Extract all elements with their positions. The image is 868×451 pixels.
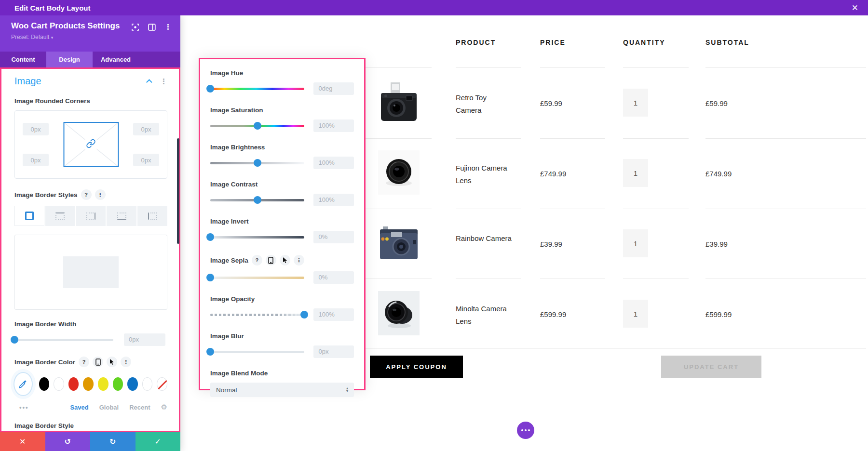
saturation-slider[interactable] — [210, 125, 304, 127]
saturation-label: Image Saturation — [210, 106, 354, 114]
invert-slider-thumb[interactable] — [206, 233, 214, 241]
hover-cursor-icon[interactable] — [107, 357, 117, 367]
product-name[interactable]: Rainbow Camera — [456, 232, 513, 245]
contrast-input[interactable]: 100% — [313, 194, 354, 206]
more-colors-dots-icon[interactable]: ••• — [19, 404, 29, 411]
responsive-tablet-icon[interactable] — [93, 357, 103, 367]
saturation-slider-thumb[interactable] — [254, 122, 261, 130]
swatch-green[interactable] — [113, 377, 123, 391]
swatch-transparent[interactable] — [142, 377, 153, 391]
corner-bottom-left-input[interactable]: 0px — [23, 154, 49, 166]
redo-button[interactable]: ↻ — [90, 432, 136, 451]
blur-input[interactable]: 0px — [313, 345, 354, 358]
product-image-retro-toy-camera[interactable] — [378, 80, 420, 124]
panel-menu-kebab-icon[interactable]: ⋮ — [164, 24, 172, 31]
product-name[interactable]: Fujinon Camera Lens — [456, 162, 513, 187]
corner-bottom-right-input[interactable]: 0px — [133, 154, 159, 166]
sepia-slider[interactable] — [210, 277, 304, 279]
border-width-input[interactable]: 0px — [124, 333, 165, 346]
quantity-input[interactable]: 1 — [623, 229, 648, 257]
save-button[interactable]: ✓ — [136, 432, 181, 451]
border-style-right[interactable] — [76, 206, 106, 226]
preset-selector[interactable]: Preset: Default ▾ — [11, 34, 171, 40]
quantity-input[interactable]: 1 — [623, 300, 648, 328]
panel-scrollbar[interactable] — [177, 138, 179, 244]
blend-mode-select[interactable]: Normal ▴▾ — [210, 383, 354, 397]
swatch-black[interactable] — [39, 377, 50, 391]
invert-slider[interactable] — [210, 236, 304, 239]
help-icon[interactable]: ? — [81, 189, 92, 200]
border-style-all[interactable] — [14, 206, 44, 226]
contrast-slider-thumb[interactable] — [254, 196, 261, 204]
border-width-slider[interactable] — [14, 339, 113, 341]
border-style-bottom[interactable] — [107, 206, 136, 226]
product-image-fujinon-camera-lens[interactable] — [378, 150, 420, 195]
border-style-left[interactable] — [137, 206, 167, 226]
collapse-chevron-up-icon[interactable] — [146, 79, 152, 85]
focus-element-icon[interactable] — [131, 23, 139, 31]
sepia-slider-thumb[interactable] — [206, 274, 214, 281]
color-tab-global[interactable]: Global — [99, 404, 119, 411]
border-color-kebab-icon[interactable]: ⋮ — [121, 357, 131, 367]
quantity-input[interactable]: 1 — [623, 159, 648, 187]
saturation-input[interactable]: 100% — [313, 119, 354, 132]
product-name[interactable]: Retro Toy Camera — [456, 92, 513, 117]
sepia-input[interactable]: 0% — [313, 271, 354, 284]
eyedropper-icon[interactable] — [14, 373, 32, 395]
border-styles-kebab-icon[interactable]: ⋮ — [95, 189, 106, 200]
corner-top-right-input[interactable]: 0px — [133, 123, 159, 135]
image-section-title[interactable]: Image — [14, 76, 41, 87]
settings-panel-header[interactable]: Woo Cart Products Settings Preset: Defau… — [0, 15, 180, 52]
panel-layout-icon[interactable] — [148, 24, 156, 31]
brightness-input[interactable]: 100% — [313, 157, 354, 169]
opacity-slider[interactable] — [210, 314, 304, 316]
hue-slider[interactable] — [210, 88, 304, 90]
color-tab-saved[interactable]: Saved — [70, 404, 88, 411]
apply-coupon-button[interactable]: APPLY COUPON — [370, 356, 463, 378]
blur-slider-thumb[interactable] — [206, 348, 214, 356]
hue-slider-thumb[interactable] — [206, 85, 214, 93]
contrast-slider[interactable] — [210, 199, 304, 201]
opacity-input[interactable]: 100% — [313, 308, 354, 321]
color-tab-recent[interactable]: Recent — [129, 404, 150, 411]
invert-input[interactable]: 0% — [313, 231, 354, 243]
tab-content[interactable]: Content — [0, 52, 46, 67]
product-image-rainbow-camera[interactable] — [378, 221, 420, 265]
border-style-top[interactable] — [45, 206, 75, 226]
swatch-orange[interactable] — [83, 377, 94, 391]
page-settings-dots-button[interactable] — [517, 422, 534, 439]
swatch-red[interactable] — [68, 377, 79, 391]
blur-slider[interactable] — [210, 351, 304, 353]
gear-icon[interactable]: ⚙ — [161, 403, 167, 411]
tab-advanced[interactable]: Advanced — [93, 52, 139, 67]
swatch-yellow[interactable] — [98, 377, 108, 391]
opacity-slider-thumb[interactable] — [300, 311, 308, 318]
help-icon[interactable]: ? — [252, 255, 262, 265]
quantity-input[interactable]: 1 — [623, 89, 648, 117]
responsive-tablet-icon[interactable] — [266, 255, 276, 265]
brightness-slider[interactable] — [210, 162, 304, 164]
close-icon[interactable]: ✕ — [852, 3, 858, 13]
undo-button[interactable]: ↺ — [45, 432, 91, 451]
section-kebab-icon[interactable]: ⋮ — [160, 77, 167, 86]
tab-design[interactable]: Design — [46, 52, 93, 67]
border-styles-label: Image Border Styles — [14, 191, 78, 199]
discard-button[interactable]: ✕ — [0, 432, 45, 451]
swatch-none[interactable] — [157, 377, 167, 391]
sepia-kebab-icon[interactable]: ⋮ — [294, 255, 304, 265]
product-name[interactable]: Minolta Camera Lens — [456, 303, 513, 328]
hue-input[interactable]: 0deg — [313, 82, 354, 95]
contrast-label: Image Contrast — [210, 181, 354, 188]
divider — [456, 209, 521, 209]
hover-cursor-icon[interactable] — [280, 255, 290, 265]
border-width-slider-thumb[interactable] — [11, 336, 18, 344]
brightness-slider-thumb[interactable] — [254, 159, 261, 167]
swatch-white[interactable] — [54, 377, 64, 391]
corner-top-left-input[interactable]: 0px — [23, 123, 49, 135]
update-cart-button[interactable]: UPDATE CART — [661, 356, 761, 378]
help-icon[interactable]: ? — [79, 357, 89, 367]
product-image-minolta-camera-lens[interactable] — [378, 291, 420, 335]
link-corners-toggle[interactable] — [63, 122, 119, 167]
swatch-blue[interactable] — [127, 377, 138, 391]
border-color-label: Image Border Color — [14, 358, 75, 366]
